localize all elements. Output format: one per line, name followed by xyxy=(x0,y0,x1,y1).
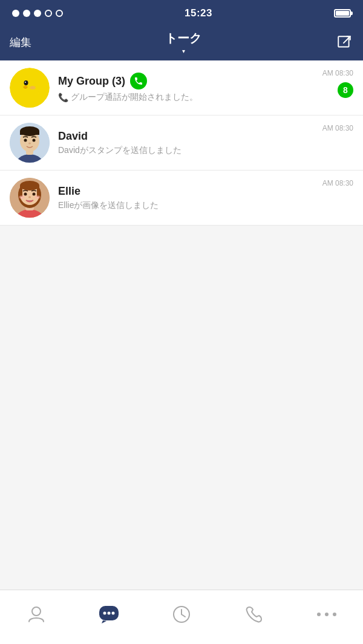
svg-point-31 xyxy=(103,611,106,614)
unread-badge-group: 8 xyxy=(338,82,353,98)
tab-friends[interactable] xyxy=(12,596,60,633)
chat-preview-text-ellie: Ellieが画像を送信しました xyxy=(58,200,159,211)
chat-name-group: My Group (3) xyxy=(58,75,125,88)
svg-point-32 xyxy=(108,611,111,614)
svg-point-14 xyxy=(33,139,36,142)
status-bar: 15:23 xyxy=(0,0,363,27)
dot-3 xyxy=(34,10,41,17)
status-time: 15:23 xyxy=(185,7,212,19)
nav-title: トーク xyxy=(165,30,201,47)
svg-point-35 xyxy=(317,613,321,616)
svg-point-5 xyxy=(25,82,26,83)
compose-button[interactable] xyxy=(335,33,353,51)
svg-point-3 xyxy=(19,76,41,96)
chat-meta-ellie: AM 08:30 xyxy=(322,178,353,187)
svg-point-28 xyxy=(34,195,41,199)
chat-content-david: David Davidがスタンプを送信しました xyxy=(58,130,322,156)
edit-button[interactable]: 編集 xyxy=(10,35,31,50)
chat-preview-david: Davidがスタンプを送信しました xyxy=(58,145,322,156)
svg-point-36 xyxy=(325,613,329,616)
chat-header-group: My Group (3) xyxy=(58,73,322,89)
signal-dots xyxy=(12,10,63,17)
svg-point-25 xyxy=(33,193,36,196)
tab-bar xyxy=(0,590,363,644)
svg-point-24 xyxy=(24,193,27,196)
svg-point-6 xyxy=(30,86,36,89)
svg-point-37 xyxy=(333,613,336,616)
svg-point-13 xyxy=(24,139,27,142)
svg-point-15 xyxy=(28,143,31,145)
tab-history[interactable] xyxy=(157,596,206,633)
chevron-down-icon: ▾ xyxy=(182,48,185,54)
chat-content-ellie: Ellie Ellieが画像を送信しました xyxy=(58,185,322,211)
empty-area xyxy=(0,226,363,591)
svg-point-33 xyxy=(112,611,115,614)
chat-header-ellie: Ellie xyxy=(58,185,322,198)
tab-more[interactable] xyxy=(302,596,351,633)
chat-name-ellie: Ellie xyxy=(58,185,80,198)
dot-1 xyxy=(12,10,19,17)
chat-preview-text-david: Davidがスタンプを送信しました xyxy=(58,145,182,156)
battery-fill xyxy=(336,11,349,16)
chat-meta-david: AM 08:30 xyxy=(322,123,353,132)
nav-bar: 編集 トーク ▾ xyxy=(0,27,363,60)
svg-point-26 xyxy=(28,197,31,198)
avatar-ellie xyxy=(10,178,50,218)
chat-meta-group: AM 08:30 8 xyxy=(322,68,353,98)
tab-chats[interactable] xyxy=(85,596,133,633)
nav-title-wrap: トーク ▾ xyxy=(165,30,201,54)
chat-preview-ellie: Ellieが画像を送信しました xyxy=(58,200,322,211)
dot-4 xyxy=(45,10,52,17)
svg-point-29 xyxy=(32,607,41,616)
chat-content-group: My Group (3) 📞 グループ通話が開始されました。 xyxy=(58,73,322,103)
tab-calls[interactable] xyxy=(230,596,278,633)
svg-rect-0 xyxy=(338,36,348,47)
chat-list: My Group (3) 📞 グループ通話が開始されました。 AM 08:30 … xyxy=(0,60,363,226)
chat-time-ellie: AM 08:30 xyxy=(322,179,353,187)
battery-icon xyxy=(334,9,351,18)
svg-point-4 xyxy=(24,80,28,85)
phone-small-icon: 📞 xyxy=(58,93,68,102)
svg-rect-12 xyxy=(20,131,39,135)
svg-point-21 xyxy=(20,181,39,190)
chat-name-david: David xyxy=(58,130,88,143)
chat-item-ellie[interactable]: Ellie Ellieが画像を送信しました AM 08:30 xyxy=(0,171,363,226)
chat-header-david: David xyxy=(58,130,322,143)
dot-5 xyxy=(56,10,63,17)
chat-item-david[interactable]: David Davidがスタンプを送信しました AM 08:30 xyxy=(0,115,363,171)
chat-preview-text-group: グループ通話が開始されました。 xyxy=(71,92,198,103)
svg-rect-23 xyxy=(37,186,39,197)
chat-item-group[interactable]: My Group (3) 📞 グループ通話が開始されました。 AM 08:30 … xyxy=(0,60,363,115)
call-icon xyxy=(130,73,147,89)
avatar-david xyxy=(10,123,50,163)
avatar-group xyxy=(10,68,50,108)
chat-preview-group: 📞 グループ通話が開始されました。 xyxy=(58,92,322,103)
dot-2 xyxy=(23,10,30,17)
svg-rect-22 xyxy=(20,186,22,197)
chat-time-david: AM 08:30 xyxy=(322,124,353,132)
svg-point-27 xyxy=(19,195,25,199)
chat-time-group: AM 08:30 xyxy=(322,69,353,77)
